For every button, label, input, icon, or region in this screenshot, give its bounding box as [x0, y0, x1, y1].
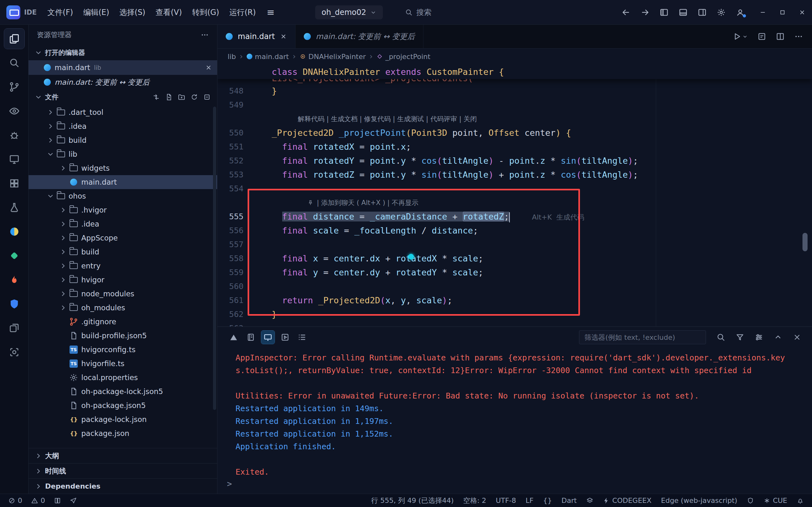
refresh-icon[interactable]	[191, 93, 198, 101]
tree-item-package-lock.json[interactable]: {}package-lock.json	[29, 412, 217, 427]
tree-item-local.properties[interactable]: local.properties	[29, 371, 217, 385]
close-window-button[interactable]	[792, 0, 812, 24]
breadcrumb-item-3[interactable]: _projectPoint	[376, 53, 430, 61]
panel-find-button[interactable]	[714, 331, 727, 344]
menu-item-1[interactable]: 编辑(E)	[78, 0, 114, 24]
status-hvigor[interactable]	[586, 497, 593, 504]
compare-icon[interactable]	[152, 93, 160, 101]
back-button[interactable]	[621, 8, 631, 17]
activity-source-control[interactable]	[4, 77, 24, 97]
minimize-button[interactable]	[753, 0, 773, 24]
status-cue[interactable]: CUE	[763, 497, 787, 504]
menu-item-2[interactable]: 选择(S)	[114, 0, 151, 24]
forward-button[interactable]	[641, 8, 649, 17]
project-selector[interactable]: oh_demo02	[315, 5, 383, 19]
status-debug-target[interactable]: Edge (web-javascript)	[661, 497, 737, 504]
activity-extensions[interactable]	[4, 173, 24, 193]
toggle-secondary-sidebar-button[interactable]	[698, 8, 707, 17]
new-file-icon[interactable]	[165, 93, 173, 101]
tree-item-build[interactable]: build	[29, 133, 217, 147]
tab-1[interactable]: main.dart: 变更前 ↔ 变更后	[295, 25, 424, 48]
panel-run-button[interactable]	[278, 331, 292, 344]
status-warnings[interactable]: 0	[31, 497, 45, 504]
menu-item-0[interactable]: 文件(F)	[43, 0, 78, 24]
status-security-check[interactable]	[747, 497, 754, 504]
activity-tests[interactable]	[4, 198, 24, 218]
inline-chat-hint[interactable]: | 添加到聊天 ( Alt+X ) | 不再显示	[217, 196, 812, 210]
sidebar-scrollbar[interactable]	[213, 107, 216, 410]
run-button[interactable]	[733, 32, 748, 41]
open-changes-icon[interactable]	[757, 32, 766, 41]
tree-item-package.json[interactable]: {}package.json	[29, 427, 217, 440]
files-section-header[interactable]: 文件	[29, 90, 217, 105]
console-filter-input[interactable]	[579, 330, 706, 344]
panel-list-button[interactable]	[295, 331, 309, 344]
status-errors[interactable]: 0	[8, 497, 22, 504]
settings-button[interactable]	[717, 8, 726, 17]
menu-item-4[interactable]: 转到(G)	[187, 0, 224, 24]
breadcrumb-item-1[interactable]: main.dart	[247, 53, 289, 61]
activity-debug[interactable]	[4, 125, 24, 145]
tree-item-build-profile.json5[interactable]: build-profile.json5	[29, 329, 217, 343]
toggle-sidebar-button[interactable]	[660, 8, 668, 17]
tree-item-.hvigor[interactable]: .hvigor	[29, 203, 217, 217]
toggle-panel-button[interactable]	[679, 8, 688, 17]
open-editor-item-0[interactable]: main.dartlib	[29, 60, 217, 75]
tree-item-.idea[interactable]: .idea	[29, 217, 217, 231]
activity-snippets[interactable]	[4, 318, 24, 338]
tree-item-node_modules[interactable]: node_modules	[29, 287, 217, 301]
tab-0[interactable]: main.dart	[217, 25, 295, 48]
menu-item-5[interactable]: 运行(R)	[224, 0, 261, 24]
panel-filter-button[interactable]	[733, 331, 747, 344]
panel-notebook-button[interactable]	[244, 331, 258, 344]
status-output[interactable]	[54, 497, 61, 504]
activity-previewer[interactable]	[4, 221, 24, 242]
status-notifications[interactable]	[797, 497, 804, 504]
open-editor-item-1[interactable]: main.dart: 变更前 ↔ 变更后	[29, 75, 217, 90]
tree-item-ohos[interactable]: ohos	[29, 189, 217, 203]
tree-item-lib[interactable]: lib	[29, 147, 217, 161]
more-actions-icon[interactable]	[201, 31, 209, 39]
status-cursor-position[interactable]: 行 555, 列 49 (已选择44)	[371, 496, 453, 505]
open-editors-header[interactable]: 打开的编辑器	[29, 45, 217, 60]
more-actions-icon[interactable]	[794, 32, 803, 41]
console-prompt[interactable]: >	[217, 479, 812, 489]
tree-item-hvigor[interactable]: hvigor	[29, 273, 217, 287]
code-editor[interactable]: class DNAHelixPainter extends CustomPain…	[217, 64, 812, 327]
tree-item-widgets[interactable]: widgets	[29, 161, 217, 175]
status-eol[interactable]: LF	[526, 497, 534, 504]
tab-close-icon[interactable]	[280, 33, 287, 40]
status-indentation[interactable]: 空格: 2	[463, 496, 486, 505]
breadcrumb-item-0[interactable]: lib	[228, 53, 236, 61]
status-language-mode[interactable]: Dart	[561, 497, 577, 504]
section-dependencies[interactable]: Dependencies	[29, 478, 217, 494]
activity-search[interactable]	[4, 53, 24, 73]
tree-item-.idea[interactable]: .idea	[29, 119, 217, 133]
panel-triangle-button[interactable]	[227, 331, 240, 344]
menu-overflow-button[interactable]: ≡	[261, 7, 280, 18]
tree-item-oh_modules[interactable]: oh_modules	[29, 301, 217, 315]
tree-item-main.dart[interactable]: main.dart	[29, 175, 217, 189]
close-editor-icon[interactable]	[205, 64, 212, 71]
codelens-actions[interactable]: 解释代码 | 生成文档 | 修复代码 | 生成测试 | 代码评审 | 关闭	[217, 112, 812, 126]
activity-code-scan[interactable]	[4, 342, 24, 362]
tree-item-.dart_tool[interactable]: .dart_tool	[29, 105, 217, 119]
breadcrumb-item-2[interactable]: DNAHelixPainter	[300, 53, 366, 61]
tree-item-hvigorfile.ts[interactable]: TShvigorfile.ts	[29, 357, 217, 371]
new-folder-icon[interactable]	[178, 93, 185, 101]
activity-codegeex[interactable]	[4, 245, 24, 266]
tree-item-oh-package-lock.json5[interactable]: oh-package-lock.json5	[29, 385, 217, 398]
menu-item-3[interactable]: 查看(V)	[151, 0, 187, 24]
tree-item-oh-package.json5[interactable]: oh-package.json5	[29, 398, 217, 412]
global-search[interactable]: 搜索	[405, 7, 432, 17]
section-timeline[interactable]: 时间线	[29, 463, 217, 478]
split-editor-icon[interactable]	[776, 32, 785, 41]
activity-explorer[interactable]	[4, 29, 24, 49]
panel-close-button[interactable]	[791, 331, 804, 344]
section-outline[interactable]: 大纲	[29, 448, 217, 463]
status-codegeex[interactable]: CODEGEEX	[603, 497, 651, 504]
panel-screencast-button[interactable]	[261, 331, 275, 344]
collapse-all-icon[interactable]	[203, 93, 211, 101]
tree-item-.gitignore[interactable]: .gitignore	[29, 315, 217, 329]
activity-device-manager[interactable]	[4, 149, 24, 169]
